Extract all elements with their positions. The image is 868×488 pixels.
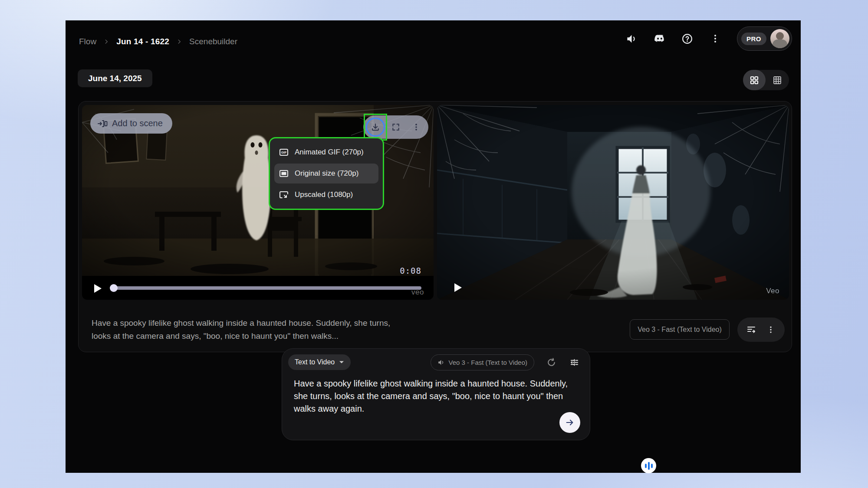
- veo-watermark: veo: [411, 288, 424, 297]
- download-button[interactable]: [366, 118, 385, 137]
- submit-button[interactable]: [559, 412, 580, 433]
- waveform-icon: [651, 464, 653, 468]
- audio-waveform-button[interactable]: [641, 458, 656, 473]
- fullscreen-button[interactable]: [386, 118, 405, 137]
- caption-actions-pill: [737, 318, 785, 342]
- breadcrumb-scenebuilder[interactable]: Scenebuilder: [189, 37, 237, 46]
- pro-badge: PRO: [741, 33, 766, 45]
- arrow-right-icon: [565, 418, 575, 427]
- more-options-icon[interactable]: [709, 33, 721, 45]
- account-pill[interactable]: PRO: [737, 26, 792, 51]
- model-chip: Veo 3 - Fast (Text to Video): [630, 319, 730, 340]
- video-more-options-button[interactable]: [407, 118, 426, 137]
- menu-item-upscaled[interactable]: Upscaled (1080p): [274, 185, 378, 205]
- original-size-icon: [279, 168, 289, 179]
- breadcrumb-flow[interactable]: Flow: [79, 37, 96, 46]
- app-canvas: Flow Jun 14 - 1622 Scenebuilder PRO June…: [66, 20, 801, 473]
- prompt-input[interactable]: Have a spooky lifelike ghost walking ins…: [294, 377, 575, 415]
- download-focus-ring: [366, 118, 385, 137]
- haunted-hallway-video-frame: [437, 105, 789, 300]
- fullscreen-icon: [391, 123, 400, 131]
- audio-icon: [437, 359, 445, 366]
- mode-selector[interactable]: Text to Video: [288, 354, 351, 370]
- grid-large-view-button[interactable]: [743, 70, 766, 90]
- tune-icon: [569, 357, 579, 367]
- prompt-panel-controls: Veo 3 - Fast (Text to Video): [431, 354, 580, 370]
- regenerate-button[interactable]: [545, 357, 557, 369]
- prompt-caption: Have a spooky lifelike ghost walking ins…: [92, 317, 395, 343]
- grid-small-view-button[interactable]: [766, 70, 789, 90]
- waveform-icon: [645, 464, 647, 468]
- volume-icon[interactable]: [626, 33, 638, 45]
- chevron-right-icon: [176, 39, 182, 45]
- breadcrumb: Flow Jun 14 - 1622 Scenebuilder: [79, 35, 237, 48]
- kebab-icon: [766, 325, 775, 334]
- reuse-prompt-icon: [746, 324, 756, 335]
- date-chip: June 14, 2025: [78, 69, 152, 87]
- help-icon[interactable]: [681, 33, 694, 45]
- chevron-right-icon: [103, 39, 109, 45]
- play-button[interactable]: [454, 283, 462, 292]
- reuse-prompt-button[interactable]: [746, 324, 757, 335]
- menu-item-animated-gif[interactable]: GIF Animated GIF (270p): [274, 142, 378, 162]
- generation-group-card: 0:08 veo Add to scene: [78, 101, 792, 352]
- discord-icon[interactable]: [654, 33, 666, 45]
- video-actions-pill: [363, 115, 428, 139]
- kebab-icon: [412, 123, 421, 131]
- menu-item-label: Animated GIF (270p): [295, 148, 364, 157]
- add-to-scene-label: Add to scene: [112, 118, 163, 128]
- header-actions: PRO: [626, 26, 792, 51]
- caret-down-icon: [339, 360, 344, 364]
- view-toggle: [743, 70, 789, 90]
- seek-slider-thumb[interactable]: [110, 284, 118, 292]
- mode-selector-label: Text to Video: [295, 358, 335, 366]
- model-chip-prompt: Veo 3 - Fast (Text to Video): [431, 354, 534, 370]
- refresh-icon: [546, 357, 556, 367]
- play-button[interactable]: [93, 284, 102, 293]
- menu-item-original-size[interactable]: Original size (720p): [274, 164, 378, 183]
- avatar[interactable]: [770, 29, 789, 48]
- menu-item-label: Upscaled (1080p): [295, 190, 353, 199]
- add-to-scene-button[interactable]: Add to scene: [90, 113, 172, 134]
- svg-text:GIF: GIF: [281, 151, 287, 154]
- settings-button[interactable]: [568, 357, 580, 369]
- caption-more-options-button[interactable]: [765, 324, 776, 335]
- model-chip-label: Veo 3 - Fast (Text to Video): [449, 359, 527, 366]
- upscaled-icon: [279, 190, 289, 200]
- waveform-icon: [648, 462, 650, 470]
- gif-icon: GIF: [279, 147, 289, 157]
- download-menu: GIF Animated GIF (270p) Original size (7…: [269, 137, 384, 210]
- video-card-right[interactable]: Veo: [437, 105, 789, 300]
- breadcrumb-project[interactable]: Jun 14 - 1622: [116, 37, 169, 46]
- add-to-scene-icon: [97, 118, 108, 129]
- seek-slider[interactable]: [111, 286, 421, 290]
- veo-watermark: Veo: [766, 287, 779, 295]
- prompt-panel: Text to Video Veo 3 - Fast (Text to Vide…: [282, 348, 590, 440]
- menu-item-label: Original size (720p): [295, 169, 358, 178]
- video-duration: 0:08: [400, 266, 421, 275]
